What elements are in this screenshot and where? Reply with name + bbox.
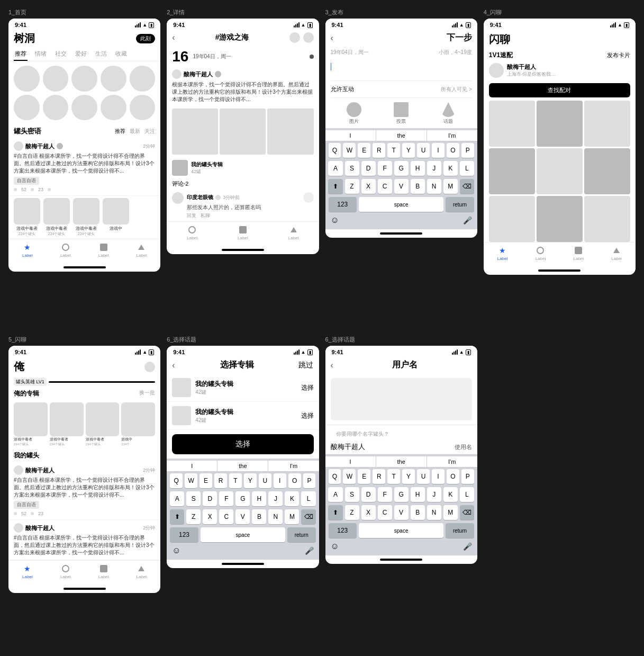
s2-back-btn[interactable]: ‹ <box>172 33 175 42</box>
key-B[interactable]: B <box>411 179 425 194</box>
s2-img-2[interactable] <box>220 109 266 155</box>
tab-social[interactable]: 社交 <box>54 48 68 61</box>
k6a-shift[interactable]: ⬆ <box>170 509 184 524</box>
k6b-U[interactable]: U <box>417 469 430 484</box>
section-tab-recommend[interactable]: 推荐 <box>115 128 125 135</box>
key-D[interactable]: D <box>361 161 376 176</box>
k6b-H[interactable]: H <box>411 487 425 502</box>
circle-4[interactable] <box>101 66 126 92</box>
k6a-Q[interactable]: Q <box>170 473 183 488</box>
s6b-back-btn[interactable]: ‹ <box>331 361 333 370</box>
key-K[interactable]: K <box>443 161 458 176</box>
k6b-M[interactable]: M <box>443 505 458 520</box>
grid-1[interactable] <box>489 101 535 147</box>
k6b-R[interactable]: R <box>373 469 385 484</box>
s6b-input-area[interactable] <box>331 378 472 420</box>
section-tab-latest[interactable]: 最新 <box>130 128 140 135</box>
k6b-F[interactable]: F <box>378 487 392 502</box>
k6a-C[interactable]: C <box>219 509 233 524</box>
s1-post-tag[interactable]: 自言自语 <box>14 177 39 185</box>
k6b-X[interactable]: X <box>361 505 376 520</box>
key-O[interactable]: O <box>447 143 459 158</box>
k6b-shift[interactable]: ⬆ <box>328 505 342 520</box>
grid-8[interactable] <box>537 196 583 242</box>
k6b-S[interactable]: S <box>345 487 359 502</box>
mic-6b[interactable]: 🎤 <box>463 542 472 551</box>
grid-4[interactable] <box>489 148 535 194</box>
k6b-J[interactable]: J <box>427 487 441 502</box>
key-shift[interactable]: ⬆ <box>328 179 342 194</box>
s3-allow-value[interactable]: 所有人可见 > <box>441 86 472 93</box>
grid-6[interactable] <box>584 148 630 194</box>
s6a-skip-btn[interactable]: 跳过 <box>298 361 313 370</box>
k6a-T[interactable]: T <box>229 473 242 488</box>
circle-2[interactable] <box>43 66 69 92</box>
comment-reply[interactable]: 回复 <box>187 212 196 219</box>
s2-reply-btn[interactable] <box>303 192 314 203</box>
k6b-L[interactable]: L <box>460 487 474 502</box>
k6b-V[interactable]: V <box>394 505 409 520</box>
s5-game-2[interactable]: 游戏中毒者 234个罐头 <box>50 402 84 447</box>
emoji-6b[interactable]: ☺ <box>331 542 339 551</box>
k6a-V[interactable]: V <box>235 509 250 524</box>
key-C[interactable]: C <box>378 179 392 194</box>
circle-3[interactable] <box>71 66 97 92</box>
grid-2[interactable] <box>537 101 583 147</box>
s2-album[interactable]: 我的罐头专辑 42罐 <box>167 158 319 178</box>
s3-media-vote[interactable]: 投票 <box>394 102 409 125</box>
key-F[interactable]: F <box>378 161 392 176</box>
k6b-C[interactable]: C <box>378 505 392 520</box>
k6b-W[interactable]: W <box>343 469 356 484</box>
s6b-use-btn[interactable]: 使用名 <box>455 443 472 451</box>
k6b-T[interactable]: T <box>387 469 400 484</box>
s6a-item-1[interactable]: 我的罐头专辑 42罐 选择 <box>167 374 319 402</box>
key-space[interactable]: space <box>359 197 443 212</box>
circle-10[interactable] <box>130 95 156 121</box>
k6a-H[interactable]: H <box>252 491 266 506</box>
s5-settings-btn[interactable] <box>144 362 155 372</box>
kb6b-sug-3[interactable]: I'm <box>427 456 477 467</box>
s1-badge[interactable]: 此刻 <box>136 34 155 43</box>
game-card-2[interactable]: 游戏中毒者 234个罐头 <box>43 198 70 237</box>
k6a-return[interactable]: return <box>287 527 315 542</box>
k6a-space[interactable]: space <box>201 527 285 542</box>
k6a-U[interactable]: U <box>259 473 271 488</box>
k6b-bs[interactable]: ⌫ <box>460 505 474 520</box>
k6a-W[interactable]: W <box>185 473 197 488</box>
s6a-back-btn[interactable]: ‹ <box>172 361 175 370</box>
key-L[interactable]: L <box>460 161 474 176</box>
nav4-star[interactable]: ★ Label <box>497 246 508 261</box>
k6a-J[interactable]: J <box>268 491 283 506</box>
circle-1[interactable] <box>14 66 40 92</box>
key-X[interactable]: X <box>361 179 376 194</box>
k6a-123[interactable]: 123 <box>170 527 198 542</box>
k6a-O[interactable]: O <box>288 473 301 488</box>
s5-post1-tag[interactable]: 自言自语 <box>14 501 39 509</box>
s2-img-1[interactable] <box>172 109 218 155</box>
s2-btn-1[interactable] <box>289 32 300 43</box>
k6b-D[interactable]: D <box>361 487 376 502</box>
k6a-bs[interactable]: ⌫ <box>301 509 315 524</box>
s5-game-4[interactable]: 游戏中 234个 <box>121 402 155 447</box>
kb6b-sug-2[interactable]: the <box>376 456 427 467</box>
k6b-P[interactable]: P <box>461 469 474 484</box>
k6b-Z[interactable]: Z <box>345 505 359 520</box>
k6a-Z[interactable]: Z <box>186 509 201 524</box>
kb6a-sug-1[interactable]: I <box>167 461 217 471</box>
key-return[interactable]: return <box>446 197 474 212</box>
grid-9[interactable] <box>584 196 630 242</box>
kb-sug-3[interactable]: I'm <box>427 130 477 141</box>
nav2-circle[interactable]: Label <box>187 225 197 240</box>
key-J[interactable]: J <box>427 161 441 176</box>
k6a-F[interactable]: F <box>219 491 233 506</box>
nav4-circle[interactable]: Label <box>536 246 546 261</box>
nav5-star[interactable]: ★ Label <box>22 564 33 579</box>
s5-game-3[interactable]: 游戏中毒者 234个罐头 <box>86 402 120 447</box>
k6a-K[interactable]: K <box>285 491 299 506</box>
tab-collect[interactable]: 收藏 <box>114 48 128 61</box>
k6a-X[interactable]: X <box>203 509 217 524</box>
s3-input-area[interactable] <box>325 58 477 79</box>
s6a-select-1[interactable]: 选择 <box>301 383 314 392</box>
s4-find-btn[interactable]: 查找配对 <box>489 83 630 97</box>
k6a-R[interactable]: R <box>214 473 227 488</box>
